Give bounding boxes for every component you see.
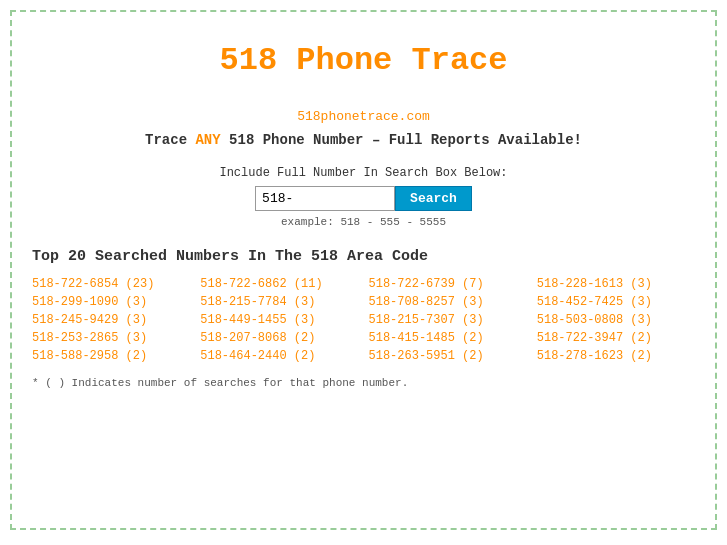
number-link[interactable]: 518-722-6854 (23)	[32, 277, 190, 291]
number-link[interactable]: 518-228-1613 (3)	[537, 277, 695, 291]
page-title: 518 Phone Trace	[32, 22, 695, 109]
number-link[interactable]: 518-215-7784 (3)	[200, 295, 358, 309]
tagline: Trace ANY 518 Phone Number – Full Report…	[32, 132, 695, 148]
numbers-grid: 518-722-6854 (23)518-722-6862 (11)518-72…	[32, 277, 695, 363]
number-link[interactable]: 518-452-7425 (3)	[537, 295, 695, 309]
number-link[interactable]: 518-588-2958 (2)	[32, 349, 190, 363]
tagline-any: ANY	[195, 132, 220, 148]
tagline-suffix: 518 Phone Number – Full Reports Availabl…	[221, 132, 582, 148]
number-link[interactable]: 518-503-0808 (3)	[537, 313, 695, 327]
number-link[interactable]: 518-415-1485 (2)	[369, 331, 527, 345]
number-link[interactable]: 518-215-7307 (3)	[369, 313, 527, 327]
search-input[interactable]	[255, 186, 395, 211]
number-link[interactable]: 518-245-9429 (3)	[32, 313, 190, 327]
site-url: 518phonetrace.com	[32, 109, 695, 124]
number-link[interactable]: 518-299-1090 (3)	[32, 295, 190, 309]
number-link[interactable]: 518-278-1623 (2)	[537, 349, 695, 363]
number-link[interactable]: 518-253-2865 (3)	[32, 331, 190, 345]
number-link[interactable]: 518-722-6862 (11)	[200, 277, 358, 291]
number-link[interactable]: 518-464-2440 (2)	[200, 349, 358, 363]
search-example: example: 518 - 555 - 5555	[32, 216, 695, 228]
search-label: Include Full Number In Search Box Below:	[32, 166, 695, 180]
number-link[interactable]: 518-722-6739 (7)	[369, 277, 527, 291]
number-link[interactable]: 518-708-8257 (3)	[369, 295, 527, 309]
top-numbers-heading: Top 20 Searched Numbers In The 518 Area …	[32, 248, 695, 265]
footnote: * ( ) Indicates number of searches for t…	[32, 377, 695, 389]
tagline-prefix: Trace	[145, 132, 195, 148]
number-link[interactable]: 518-449-1455 (3)	[200, 313, 358, 327]
search-button[interactable]: Search	[395, 186, 472, 211]
number-link[interactable]: 518-207-8068 (2)	[200, 331, 358, 345]
search-row: Search	[32, 186, 695, 211]
search-section: Include Full Number In Search Box Below:…	[32, 166, 695, 228]
number-link[interactable]: 518-722-3947 (2)	[537, 331, 695, 345]
number-link[interactable]: 518-263-5951 (2)	[369, 349, 527, 363]
outer-border: 518 Phone Trace 518phonetrace.com Trace …	[10, 10, 717, 530]
